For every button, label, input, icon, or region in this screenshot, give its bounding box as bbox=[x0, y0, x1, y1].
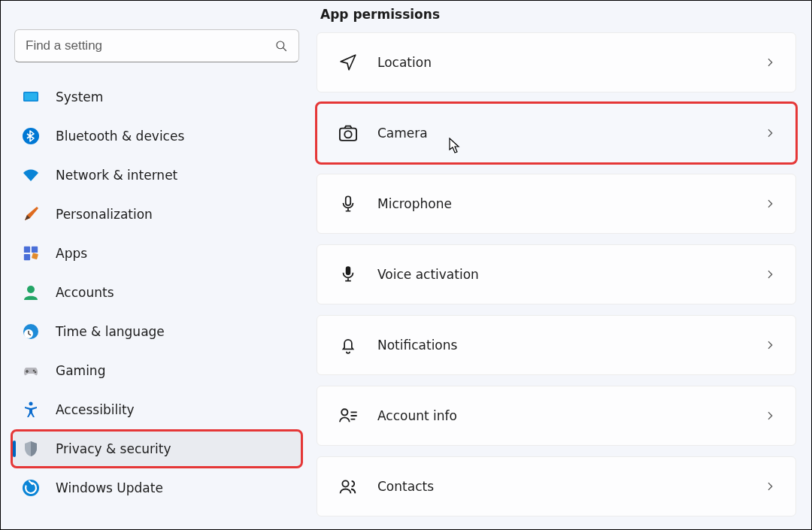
sidebar-item-label: Gaming bbox=[56, 363, 105, 378]
sidebar-item-time-language[interactable]: Time & language bbox=[12, 313, 301, 350]
permission-camera[interactable]: Camera bbox=[317, 103, 796, 163]
sidebar-item-label: Apps bbox=[56, 246, 87, 261]
svg-rect-6 bbox=[32, 247, 38, 253]
permission-voice-activation[interactable]: Voice activation bbox=[317, 244, 796, 304]
permission-location[interactable]: Location bbox=[317, 32, 796, 92]
sidebar-item-gaming[interactable]: Gaming bbox=[12, 353, 301, 389]
sidebar: System Bluetooth & devices Network & int… bbox=[1, 1, 313, 529]
microphone-icon bbox=[337, 192, 359, 215]
sidebar-item-label: Accounts bbox=[56, 285, 114, 300]
permission-label: Microphone bbox=[377, 196, 764, 211]
system-icon bbox=[21, 87, 41, 107]
paintbrush-icon bbox=[21, 204, 41, 224]
camera-icon bbox=[337, 122, 359, 144]
sidebar-item-label: Accessibility bbox=[56, 402, 135, 417]
accessibility-icon bbox=[21, 400, 41, 419]
permission-label: Camera bbox=[377, 126, 764, 141]
wifi-icon bbox=[21, 165, 41, 185]
sidebar-item-network[interactable]: Network & internet bbox=[12, 157, 301, 193]
sidebar-item-accounts[interactable]: Accounts bbox=[12, 274, 301, 310]
svg-line-1 bbox=[283, 47, 286, 50]
svg-rect-19 bbox=[346, 266, 351, 275]
search-input-container[interactable] bbox=[14, 29, 299, 62]
apps-icon bbox=[21, 244, 41, 263]
permission-label: Account info bbox=[377, 408, 764, 423]
account-info-icon bbox=[337, 404, 359, 427]
permission-label: Notifications bbox=[377, 338, 764, 353]
permission-account-info[interactable]: Account info bbox=[317, 386, 796, 446]
sidebar-item-personalization[interactable]: Personalization bbox=[12, 196, 301, 232]
svg-point-13 bbox=[35, 371, 37, 374]
sidebar-item-apps[interactable]: Apps bbox=[12, 235, 301, 271]
svg-rect-16 bbox=[340, 129, 356, 141]
sidebar-item-accessibility[interactable]: Accessibility bbox=[12, 392, 301, 428]
chevron-right-icon bbox=[764, 127, 776, 139]
svg-point-0 bbox=[277, 41, 284, 49]
chevron-right-icon bbox=[764, 480, 776, 492]
svg-rect-18 bbox=[346, 196, 351, 205]
clock-globe-icon bbox=[21, 322, 41, 341]
permission-label: Contacts bbox=[377, 479, 764, 494]
shield-icon bbox=[21, 439, 41, 459]
sidebar-item-label: System bbox=[56, 89, 103, 104]
bluetooth-icon bbox=[21, 126, 41, 146]
permission-notifications[interactable]: Notifications bbox=[317, 315, 796, 375]
contacts-icon bbox=[337, 475, 359, 498]
chevron-right-icon bbox=[764, 198, 776, 210]
svg-point-17 bbox=[344, 131, 351, 138]
sidebar-item-label: Windows Update bbox=[56, 480, 163, 495]
permission-contacts[interactable]: Contacts bbox=[317, 456, 796, 516]
sidebar-item-label: Personalization bbox=[56, 207, 153, 222]
sidebar-item-privacy-security[interactable]: Privacy & security bbox=[12, 431, 301, 467]
update-icon bbox=[21, 478, 41, 498]
svg-rect-7 bbox=[24, 254, 30, 260]
chevron-right-icon bbox=[764, 268, 776, 280]
voice-activation-icon bbox=[337, 263, 359, 286]
svg-rect-8 bbox=[32, 253, 38, 259]
search-icon bbox=[274, 39, 288, 53]
sidebar-item-bluetooth[interactable]: Bluetooth & devices bbox=[12, 118, 301, 154]
sidebar-item-label: Time & language bbox=[56, 324, 165, 339]
sidebar-item-windows-update[interactable]: Windows Update bbox=[12, 470, 301, 506]
svg-point-21 bbox=[342, 480, 348, 486]
svg-rect-3 bbox=[25, 93, 38, 101]
svg-point-9 bbox=[27, 286, 35, 293]
chevron-right-icon bbox=[764, 410, 776, 422]
sidebar-item-system[interactable]: System bbox=[12, 79, 301, 115]
permission-label: Voice activation bbox=[377, 267, 764, 282]
search-input[interactable] bbox=[26, 38, 274, 53]
location-icon bbox=[337, 51, 359, 74]
permission-label: Location bbox=[377, 55, 764, 70]
sidebar-item-label: Bluetooth & devices bbox=[56, 129, 184, 144]
svg-point-14 bbox=[29, 402, 33, 406]
main-content: App permissions Location Camera Micropho… bbox=[313, 1, 811, 529]
chevron-right-icon bbox=[764, 56, 776, 68]
accounts-icon bbox=[21, 283, 41, 302]
section-title: App permissions bbox=[317, 7, 796, 22]
gaming-icon bbox=[21, 361, 41, 380]
svg-rect-5 bbox=[24, 247, 30, 253]
svg-point-12 bbox=[33, 370, 35, 372]
permission-microphone[interactable]: Microphone bbox=[317, 174, 796, 234]
sidebar-item-label: Privacy & security bbox=[56, 441, 171, 456]
bell-icon bbox=[337, 334, 359, 356]
svg-point-20 bbox=[341, 409, 347, 415]
sidebar-item-label: Network & internet bbox=[56, 168, 177, 183]
chevron-right-icon bbox=[764, 339, 776, 351]
